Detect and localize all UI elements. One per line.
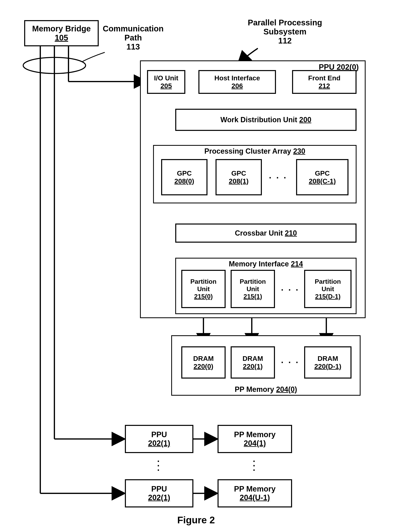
io-unit-title: I/O Unit [154,74,178,82]
wdu-title: Work Distribution Unit [220,116,297,124]
xbar-title: Crossbar Unit [235,229,283,237]
ppu1-ref: 202(1) [148,439,170,448]
gpcC-ref: 208(C-1) [309,177,336,185]
comm-path-label: Communication Path 113 [103,24,164,51]
pu0-t2: Unit [197,285,210,293]
ppmem-vdots: ··· [253,459,255,472]
puD-t1: Partition [315,278,341,285]
memory-bridge-title: Memory Bridge [32,24,91,33]
dram-ellipsis: · · · [281,358,299,368]
pu-ellipsis: · · · [281,285,299,295]
ppuU-title: PPU [151,485,167,493]
pu1-ref: 215(1) [243,293,262,300]
gpc0-ref: 208(0) [175,177,194,185]
gpc0-title: GPC [177,169,192,177]
pu0-t1: Partition [190,278,217,285]
xbar-ref: 210 [285,229,297,237]
ppuU-block: PPU 202(1) [125,479,193,507]
dram1-title: DRAM [242,355,263,363]
memory-bridge-block: Memory Bridge 105 [24,20,99,46]
puD-block: Partition Unit 215(D-1) [304,270,351,308]
pca-title: Processing Cluster Array 230 [204,147,305,155]
dram0-ref: 220(0) [194,363,213,370]
comm-path-t1: Communication [103,24,164,33]
subsystem-t1: Parallel Processing [248,18,322,27]
subsystem-label: Parallel Processing Subsystem 112 [248,18,322,45]
pu1-t1: Partition [240,278,266,285]
host-interface-block: Host Interface 206 [198,70,276,94]
comm-path-ref: 113 [103,42,164,51]
pu1-block: Partition Unit 215(1) [231,270,275,308]
subsystem-t2: Subsystem [248,27,322,36]
dramD-block: DRAM 220(D-1) [304,346,351,379]
host-if-ref: 206 [231,82,243,90]
gpc1-block: GPC 208(1) [215,159,262,195]
host-if-title: Host Interface [214,74,260,82]
pu0-block: Partition Unit 215(0) [181,270,226,308]
puD-ref: 215(D-1) [315,293,340,300]
wdu-ref: 200 [299,116,311,124]
front-end-ref: 212 [319,82,330,90]
svg-point-0 [23,57,86,74]
ppmem1-title: PP Memory [234,430,275,439]
puD-t2: Unit [322,285,334,293]
front-end-title: Front End [308,74,341,82]
memory-bridge-ref: 105 [55,33,68,42]
comm-path-t2: Path [103,33,164,42]
gpc0-block: GPC 208(0) [161,159,208,195]
memif-title: Memory Interface 214 [229,260,303,268]
dram0-block: DRAM 220(0) [181,346,226,379]
subsystem-ref: 112 [248,36,322,45]
front-end-block: Front End 212 [292,70,357,94]
work-dist-block: Work Distribution Unit 200 [175,109,357,131]
ppu1-title: PPU [151,430,167,439]
pu0-ref: 215(0) [194,293,213,300]
dram1-ref: 220(1) [243,363,263,370]
gpcC-block: GPC 208(C-1) [296,159,348,195]
ppmemU-block: PP Memory 204(U-1) [218,479,292,507]
gpc1-title: GPC [231,169,246,177]
crossbar-block: Crossbar Unit 210 [175,223,357,243]
dramD-ref: 220(D-1) [314,363,341,370]
ppmem1-ref: 204(1) [244,439,266,448]
io-unit-block: I/O Unit 205 [147,70,185,94]
ppuU-ref: 202(1) [148,493,170,502]
ppmem0-title: PP Memory 204(0) [235,385,297,394]
dramD-title: DRAM [318,355,338,363]
figure-title: Figure 2 [177,515,215,526]
gpc1-ref: 208(1) [229,177,249,185]
gpcC-title: GPC [315,169,330,177]
io-unit-ref: 205 [160,82,172,90]
ppmemU-ref: 204(U-1) [240,493,270,502]
ppu1-block: PPU 202(1) [125,425,193,453]
pu1-t2: Unit [247,285,259,293]
ppmemU-title: PP Memory [234,485,275,493]
ppmem1-block: PP Memory 204(1) [218,425,292,453]
dram0-title: DRAM [193,355,214,363]
dram1-block: DRAM 220(1) [231,346,275,379]
ppu-vdots: ··· [157,459,159,472]
gpc-ellipsis: · · · [269,173,287,183]
